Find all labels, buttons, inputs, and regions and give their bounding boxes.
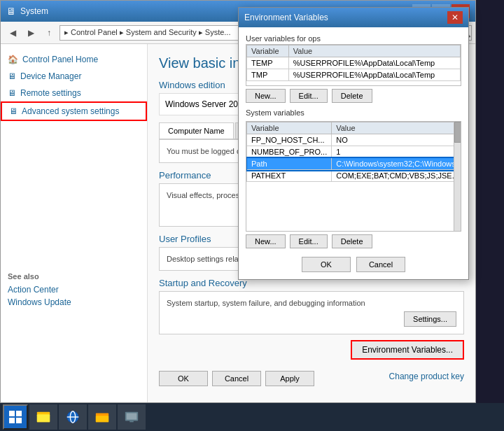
nav-remote-settings[interactable]: 🖥 Remote settings [1,85,147,101]
sys-var-path-value: C:\Windows\system32;C:\Windows;C:\Win... [332,158,461,170]
explorer-icon [36,409,51,425]
home-icon: 🏠 [8,55,18,64]
ie-icon [65,409,80,425]
apply-button[interactable]: Apply [265,371,314,386]
user-edit-button[interactable]: Edit... [290,89,328,103]
sys-var-row-num[interactable]: NUMBER_OF_PRO... 1 [247,146,462,158]
env-cancel-button[interactable]: Cancel [356,257,405,272]
system-vars-label: System variables [246,108,461,117]
sys-var-row-path[interactable]: Path C:\Windows\system32;C:\Windows;C:\W… [247,158,462,170]
sys-delete-button[interactable]: Delete [332,234,372,248]
system-vars-table-container: Variable Value FP_NO_HOST_CH... NO NUMBE… [246,121,461,232]
env-ok-button[interactable]: OK [302,257,351,272]
sys-var-num-name: NUMBER_OF_PRO... [247,146,332,158]
user-var-tmp-value: %USERPROFILE%\AppData\Local\Temp [288,69,460,81]
user-var-header-value: Value [288,45,460,57]
nav-device-manager[interactable]: 🖥 Device Manager [1,68,147,85]
remote-settings-icon: 🖥 [8,88,16,98]
system-vars-table: Variable Value FP_NO_HOST_CH... NO NUMBE… [246,122,461,182]
env-close-button[interactable]: ✕ [447,11,463,24]
sys-new-button[interactable]: New... [246,234,286,248]
taskbar-explorer-button[interactable] [29,404,57,430]
start-button[interactable] [3,404,28,430]
taskbar-system-button[interactable] [118,404,146,430]
up-button[interactable]: ↑ [41,25,57,41]
user-var-tmp-name: TMP [247,69,289,81]
folder-icon [94,409,110,425]
user-var-header-name: Variable [247,45,289,57]
forward-button[interactable]: ▶ [23,25,38,41]
you-must-label: You must be logged o... [167,147,247,155]
user-var-row-temp[interactable]: TEMP %USERPROFILE%\AppData\Local\Temp [247,57,461,69]
sys-var-pathext-name: PATHEXT [247,170,332,182]
env-body: User variables for ops Variable Value TE… [239,27,468,279]
user-var-temp-name: TEMP [247,57,289,69]
sys-var-num-value: 1 [332,146,461,158]
system-vars-section: System variables Variable Value FP_NO_HO… [246,108,461,248]
env-dialog: Environment Variables ✕ User variables f… [238,7,469,280]
device-manager-icon: 🖥 [8,71,16,81]
env-vars-button[interactable]: Environment Variables... [351,340,464,360]
nav-advanced-label: Advanced system settings [22,106,119,116]
sys-var-fp-value: NO [332,134,461,146]
system-icon [124,409,139,425]
ok-button[interactable]: OK [159,371,208,386]
svg-rect-3 [16,418,22,423]
startup-settings-button[interactable]: Settings... [404,311,456,327]
back-button[interactable]: ◀ [5,25,20,41]
sys-var-header-name: Variable [247,122,332,134]
sys-var-path-name: Path [247,158,332,170]
svg-rect-2 [9,418,15,423]
cancel-button[interactable]: Cancel [212,371,261,386]
sys-var-header-value: Value [332,122,461,134]
nav-home[interactable]: 🏠 Control Panel Home [1,51,147,68]
see-also-label: See also [1,261,147,283]
svg-rect-12 [127,414,137,420]
svg-rect-1 [16,411,22,416]
taskbar-ie-button[interactable] [59,404,87,430]
nav-home-label: Control Panel Home [22,55,98,64]
scrollbar-thumb[interactable] [454,122,461,143]
tab-computer-name[interactable]: Computer Name [159,122,234,139]
scrollbar[interactable] [454,122,461,231]
nav-action-center[interactable]: Action Center [1,283,147,296]
user-new-button[interactable]: New... [246,89,286,103]
nav-windows-update[interactable]: Windows Update [1,296,147,309]
user-var-row-tmp[interactable]: TMP %USERPROFILE%\AppData\Local\Temp [247,69,461,81]
user-var-temp-value: %USERPROFILE%\AppData\Local\Temp [288,57,460,69]
user-vars-section: User variables for ops Variable Value TE… [246,34,461,103]
nav-advanced-system-settings[interactable]: 🖥 Advanced system settings [1,101,147,121]
nav-remote-settings-label: Remote settings [20,88,81,98]
svg-rect-5 [37,414,50,422]
sys-edit-button[interactable]: Edit... [290,234,328,248]
taskbar-folder-button[interactable] [88,404,116,430]
sys-var-row-pathext[interactable]: PATHEXT COM;EXE;BAT;CMD;VBS;JS;JSE... [247,170,462,182]
sys-var-fp-name: FP_NO_HOST_CH... [247,134,332,146]
left-nav: 🏠 Control Panel Home 🖥 Device Manager 🖥 … [1,44,148,402]
user-delete-button[interactable]: Delete [332,89,372,103]
env-dialog-title: Environment Variables [244,13,447,22]
nav-device-manager-label: Device Manager [20,71,81,81]
startup-box: System startup, system failure, and debu… [159,291,464,334]
sys-var-row-fp[interactable]: FP_NO_HOST_CH... NO [247,134,462,146]
svg-rect-0 [9,411,15,416]
taskbar [0,403,504,431]
env-dialog-buttons: OK Cancel [246,257,461,272]
user-vars-table-container: Variable Value TEMP %USERPROFILE%\AppDat… [246,44,461,86]
env-title-bar: Environment Variables ✕ [239,8,468,27]
svg-rect-10 [96,416,108,422]
start-icon [8,410,22,424]
advanced-system-icon: 🖥 [9,106,18,116]
user-vars-label: User variables for ops [246,34,461,43]
sys-var-pathext-value: COM;EXE;BAT;CMD;VBS;JS;JSE... [332,170,461,182]
user-vars-table: Variable Value TEMP %USERPROFILE%\AppDat… [246,45,461,81]
change-product-key[interactable]: Change product key [389,372,464,381]
startup-desc: System startup, system failure, and debu… [167,299,456,307]
svg-rect-13 [130,421,134,423]
user-profiles-desc: Desktop settings relat... [167,255,247,263]
